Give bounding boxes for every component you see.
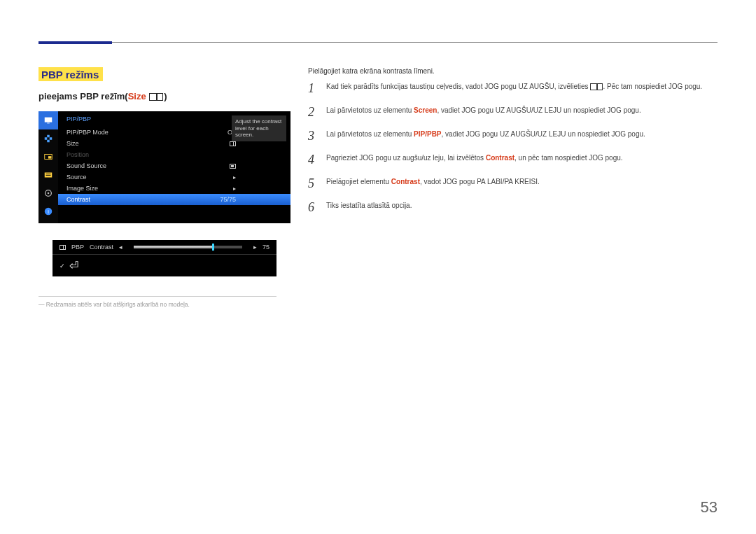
step-text: , vadiet JOG pogu UZ AUGŠU/UZ LEJU un no…: [437, 106, 640, 114]
pip-icon: [38, 148, 58, 166]
osd-row-position: Position: [66, 149, 290, 160]
osd-menu: i PIP/PBP PIP/PBP ModeOn Size Position S…: [38, 111, 290, 223]
label: Image Size: [66, 185, 98, 192]
onscreen-icon: [38, 166, 58, 184]
osd-row-source[interactable]: Source: [66, 171, 290, 183]
label: PIP/PBP Mode: [66, 129, 108, 136]
svg-rect-9: [46, 174, 51, 174]
label: Sound Source: [66, 162, 106, 169]
osd-row-image[interactable]: Image Size: [66, 183, 290, 194]
svg-rect-7: [48, 156, 51, 159]
step-num: 3: [308, 129, 318, 142]
label: Position: [66, 151, 89, 158]
slider-track[interactable]: [134, 246, 242, 248]
picture-icon: [38, 129, 58, 148]
subtitle-prefix: pieejams PBP režīm(: [38, 91, 128, 101]
label: Size: [66, 140, 79, 147]
osd-sidebar: i: [38, 111, 58, 223]
slider-box: PBP Contrast ◂ ▸ 75 ✓ ⏎: [52, 240, 276, 276]
osd-row-sound[interactable]: Sound Source: [66, 160, 290, 171]
menu-icon: [590, 83, 603, 90]
step-num: 6: [308, 201, 318, 213]
chevron-down-icon[interactable]: ✓: [59, 262, 65, 269]
keyword: PIP/PBP: [414, 130, 441, 138]
step-text: Lai pārvietotos uz elementu: [326, 130, 414, 138]
subtitle: pieejams PBP režīm(Size ): [38, 91, 290, 101]
size-icon: [230, 141, 236, 146]
keyword: Screen: [414, 106, 437, 114]
step-text: Tiks iestatīta atlasītā opcija.: [326, 201, 718, 211]
step-6: 6 Tiks iestatīta atlasītā opcija.: [308, 201, 718, 213]
slider-sub: Contrast: [90, 244, 113, 251]
step-num: 4: [308, 153, 318, 166]
label: Contrast: [66, 196, 90, 203]
section-title: PBP režīms: [38, 67, 103, 81]
info-icon: i: [38, 202, 58, 220]
value: 75/75: [220, 196, 236, 203]
slider-label: PBP: [71, 244, 84, 251]
svg-rect-0: [45, 118, 52, 122]
step-text: , un pēc tam nospiediet JOG pogu.: [514, 154, 623, 162]
step-text: , vadiet JOG pogu UZ AUGŠU/UZ LEJU un no…: [442, 130, 645, 138]
footnote-rule: [38, 296, 276, 297]
svg-point-12: [48, 192, 50, 195]
subtitle-size: Size: [128, 91, 146, 101]
arrow-icon: [233, 174, 236, 181]
osd-row-contrast[interactable]: Contrast75/75: [58, 194, 290, 205]
slider-handle[interactable]: [212, 244, 214, 251]
accent-bar: [38, 41, 112, 44]
step-text: Lai pārvietotos uz elementu: [326, 106, 414, 114]
arrow-icon: [233, 185, 236, 192]
svg-rect-10: [46, 175, 51, 176]
step-num: 1: [308, 82, 318, 94]
top-rule: [112, 42, 718, 43]
step-text: Kad tiek parādīts funkcijas taustiņu ceļ…: [326, 83, 590, 90]
slider-left-arrow[interactable]: ◂: [119, 244, 122, 251]
step-text: . Pēc tam nospiediet JOG pogu.: [603, 83, 702, 90]
pbp-size-icon: [149, 93, 163, 101]
keyword: Contrast: [391, 178, 420, 185]
step-text: , vadot JOG pogu PA LABI/PA KREISI.: [420, 178, 540, 185]
svg-rect-3: [45, 137, 48, 140]
step-5: 5 Pielāgojiet elementu Contrast, vadot J…: [308, 177, 718, 190]
svg-rect-2: [47, 135, 50, 138]
subtitle-suffix: ): [164, 91, 167, 101]
step-num: 2: [308, 106, 318, 118]
step-2: 2 Lai pārvietotos uz elementu Screen, va…: [308, 106, 718, 118]
svg-rect-5: [47, 140, 50, 143]
keyword: Contrast: [486, 154, 514, 162]
svg-rect-1: [47, 123, 50, 124]
page-number: 53: [701, 498, 718, 517]
step-4: 4 Pagrieziet JOG pogu uz augšu/uz leju, …: [308, 153, 718, 166]
footnote: ― Redzamais attēls var būt atšķirīgs atk…: [38, 301, 290, 308]
slider-fill: [134, 246, 212, 248]
step-3: 3 Lai pārvietotos uz elementu PIP/PBP, v…: [308, 129, 718, 142]
step-num: 5: [308, 177, 318, 190]
intro-text: Pielāgojiet katra ekrāna kontrasta līmen…: [308, 67, 718, 75]
monitor-icon: [38, 111, 58, 129]
osd-desc: Adjust the contrast level for each scree…: [232, 115, 286, 141]
step-1: 1 Kad tiek parādīts funkcijas taustiņu c…: [308, 82, 718, 94]
settings-icon: [38, 184, 58, 202]
step-text: Pielāgojiet elementu: [326, 178, 391, 185]
slider-mode-icon: [59, 245, 66, 250]
label: Source: [66, 174, 87, 181]
svg-rect-4: [50, 137, 52, 140]
step-text: Pagrieziet JOG pogu uz augšu/uz leju, la…: [326, 154, 486, 162]
slider-value: 75: [262, 244, 270, 251]
sound-icon: [230, 164, 236, 169]
return-icon[interactable]: ⏎: [69, 259, 78, 272]
slider-right-arrow[interactable]: ▸: [253, 244, 257, 251]
